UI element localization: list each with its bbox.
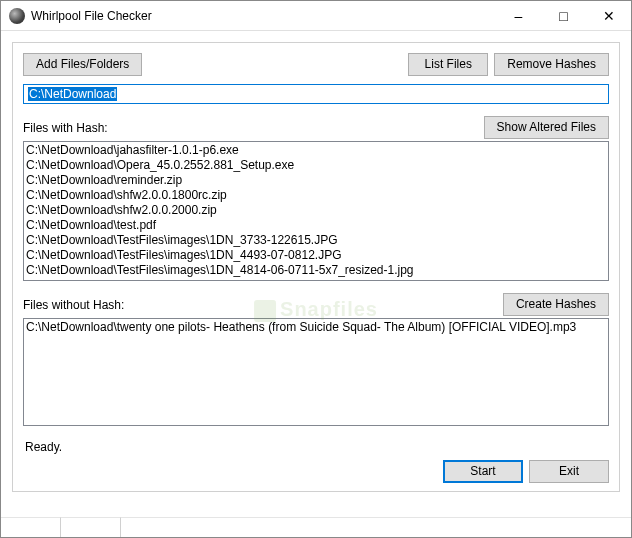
list-item[interactable]: C:\NetDownload\shfw2.0.0.1800rc.zip <box>26 188 606 203</box>
list-item[interactable]: C:\NetDownload\TestFiles\images\1DN_4814… <box>26 263 606 278</box>
main-panel: Add Files/Folders List Files Remove Hash… <box>12 42 620 492</box>
remove-hashes-button[interactable]: Remove Hashes <box>494 53 609 76</box>
files-without-hash-list[interactable]: C:\NetDownload\twenty one pilots- Heathe… <box>23 318 609 426</box>
statusbar-cell <box>61 517 121 537</box>
list-item[interactable]: C:\NetDownload\twenty one pilots- Heathe… <box>26 320 606 335</box>
files-with-hash-list[interactable]: C:\NetDownload\jahasfilter-1.0.1-p6.exeC… <box>23 141 609 281</box>
list-item[interactable]: C:\NetDownload\shfw2.0.0.2000.zip <box>26 203 606 218</box>
status-text: Ready. <box>23 440 609 454</box>
maximize-button[interactable]: □ <box>541 1 586 30</box>
list-item[interactable]: C:\NetDownload\reminder.zip <box>26 173 606 188</box>
window-controls: – □ ✕ <box>496 1 631 30</box>
show-altered-files-button[interactable]: Show Altered Files <box>484 116 609 139</box>
files-without-hash-label: Files without Hash: <box>23 298 503 312</box>
list-files-button[interactable]: List Files <box>408 53 488 76</box>
list-item[interactable]: C:\NetDownload\Opera_45.0.2552.881_Setup… <box>26 158 606 173</box>
statusbar-cell <box>1 517 61 537</box>
list-item[interactable]: C:\NetDownload\jahasfilter-1.0.1-p6.exe <box>26 143 606 158</box>
statusbar <box>1 517 631 537</box>
list-item[interactable]: C:\NetDownload\test.pdf <box>26 218 606 233</box>
close-button[interactable]: ✕ <box>586 1 631 30</box>
files-with-hash-label: Files with Hash: <box>23 121 484 135</box>
start-button[interactable]: Start <box>443 460 523 483</box>
minimize-button[interactable]: – <box>496 1 541 30</box>
list-item[interactable]: C:\NetDownload\TestFiles\images\1DN_4493… <box>26 248 606 263</box>
create-hashes-button[interactable]: Create Hashes <box>503 293 609 316</box>
statusbar-cell <box>121 517 631 537</box>
list-item[interactable]: C:\NetDownload\TestFiles\images\1DN_3733… <box>26 233 606 248</box>
path-input[interactable]: C:\NetDownload <box>23 84 609 104</box>
add-files-button[interactable]: Add Files/Folders <box>23 53 142 76</box>
window-title: Whirlpool File Checker <box>31 9 496 23</box>
app-icon <box>9 8 25 24</box>
titlebar: Whirlpool File Checker – □ ✕ <box>1 1 631 31</box>
exit-button[interactable]: Exit <box>529 460 609 483</box>
